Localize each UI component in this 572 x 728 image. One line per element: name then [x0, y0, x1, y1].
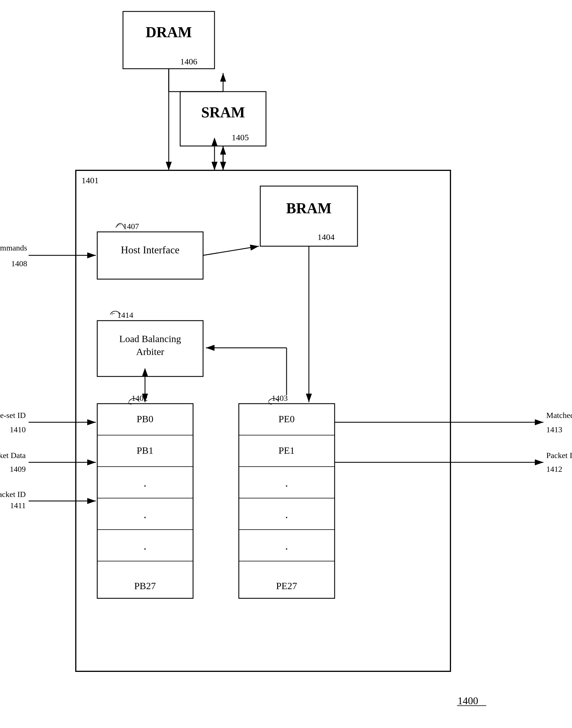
matched-ruleset-label: Matched Rule-set ID [0, 411, 26, 420]
pb-row4: . [144, 539, 146, 552]
sram-number: 1405 [232, 132, 249, 142]
pb-row0: PB0 [137, 414, 154, 424]
matched-output-number: 1413 [546, 425, 562, 434]
packet-data-number: 1409 [10, 465, 26, 474]
host-interface-number: 1407 [123, 222, 139, 231]
bram-number: 1404 [317, 232, 335, 242]
pe-number: 1403 [272, 393, 288, 403]
dram-number: 1406 [180, 57, 197, 66]
pe-row5: PE27 [276, 581, 297, 591]
bram-label: BRAM [286, 200, 332, 217]
pe-row1: PE1 [279, 445, 295, 456]
lba-label-1: Load Balancing [119, 333, 181, 344]
pe-row0: PE0 [279, 414, 295, 424]
lba-number: 1414 [117, 311, 133, 319]
sram-label: SRAM [201, 104, 245, 121]
diagram-container: DRAM 1406 SRAM 1405 1401 BRAM 1404 Host … [0, 0, 572, 728]
pe-row4: . [285, 539, 288, 552]
packet-id-right-number: 1412 [546, 465, 562, 474]
host-commands-number: 1408 [11, 259, 27, 268]
host-commands-label: Host Commands [0, 243, 27, 252]
matched-ruleset-number: 1410 [10, 425, 26, 434]
main-box-number: 1401 [81, 176, 99, 185]
pe-row3: . [285, 508, 288, 521]
pb-row1: PB1 [137, 445, 154, 456]
dram-label: DRAM [146, 24, 192, 40]
packet-id-left-number: 1411 [10, 501, 26, 510]
diagram-svg: DRAM 1406 SRAM 1405 1401 BRAM 1404 Host … [0, 0, 572, 728]
host-interface-label: Host Interface [121, 244, 180, 256]
pb-row5: PB27 [134, 581, 156, 591]
pb-row3: . [144, 508, 146, 521]
packet-id-left-label: Packet ID [0, 490, 26, 499]
pe-box [239, 404, 335, 598]
pb-row2: . [144, 476, 146, 489]
packet-data-label: Packet Data [0, 451, 26, 460]
diagram-number: 1400 [457, 695, 478, 707]
lba-label-2: Arbiter [136, 346, 164, 357]
packet-id-right-label: Packet ID [546, 451, 572, 460]
matched-output-label: Matched Output ID [546, 411, 572, 420]
pe-row2: . [285, 476, 288, 489]
pb-box [97, 404, 193, 598]
